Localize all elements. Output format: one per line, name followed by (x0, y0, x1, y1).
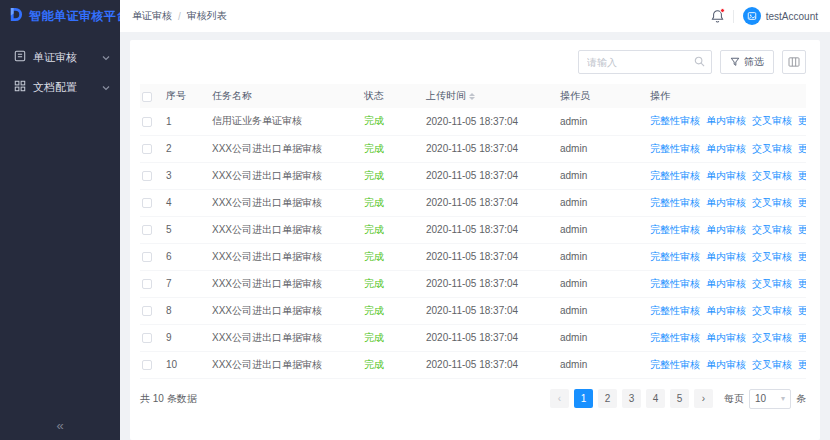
action-link[interactable]: 更多 (798, 250, 806, 264)
action-link[interactable]: 完整性审核 (650, 114, 700, 128)
table-row: 3 XXX公司进出口单据审核 完成 2020-11-05 18:37:04 ad… (140, 162, 806, 189)
app-title: 智能单证审核平台 (29, 8, 129, 25)
cell-upload-time: 2020-11-05 18:37:04 (424, 324, 558, 351)
action-link[interactable]: 更多 (798, 196, 806, 210)
sidebar-menu: 单证审核 文档配置 (0, 42, 120, 102)
cell-upload-time: 2020-11-05 18:37:04 (424, 108, 558, 135)
column-settings-button[interactable] (782, 50, 806, 74)
column-header-status: 状态 (362, 84, 424, 108)
breadcrumb-item-current: 审核列表 (187, 9, 227, 23)
action-link[interactable]: 交叉审核 (752, 196, 792, 210)
app-logo: 智能单证审核平台 (0, 0, 120, 32)
row-checkbox[interactable] (142, 171, 152, 181)
content: 筛选 序号 任务名称 状态 (120, 32, 830, 440)
row-checkbox[interactable] (142, 225, 152, 235)
per-page-select[interactable]: 10 ▾ (749, 389, 791, 409)
search-input[interactable] (578, 50, 712, 74)
notification-bell-icon[interactable] (711, 9, 724, 23)
cell-no: 3 (164, 162, 210, 189)
action-link[interactable]: 单内审核 (706, 196, 746, 210)
breadcrumb-item[interactable]: 单证审核 (132, 9, 172, 23)
cell-operator: admin (558, 216, 648, 243)
page-button[interactable]: 4 (646, 389, 665, 408)
cell-no: 5 (164, 216, 210, 243)
action-link[interactable]: 交叉审核 (752, 142, 792, 156)
column-header-no: 序号 (164, 84, 210, 108)
row-checkbox[interactable] (142, 279, 152, 289)
row-checkbox[interactable] (142, 198, 152, 208)
action-link[interactable]: 完整性审核 (650, 250, 700, 264)
avatar (743, 7, 761, 25)
action-link[interactable]: 更多 (798, 358, 806, 372)
action-link[interactable]: 完整性审核 (650, 142, 700, 156)
action-link[interactable]: 单内审核 (706, 169, 746, 183)
total-count: 共 10 条数据 (140, 392, 197, 406)
cell-task-name: XXX公司进出口单据审核 (210, 216, 362, 243)
page-button[interactable]: 2 (598, 389, 617, 408)
per-page-value: 10 (755, 393, 766, 404)
cell-no: 4 (164, 189, 210, 216)
table-row: 5 XXX公司进出口单据审核 完成 2020-11-05 18:37:04 ad… (140, 216, 806, 243)
page-button[interactable]: 1 (574, 389, 593, 408)
action-link[interactable]: 交叉审核 (752, 223, 792, 237)
row-checkbox[interactable] (142, 144, 152, 154)
sidebar-item-review[interactable]: 单证审核 (0, 42, 120, 72)
action-link[interactable]: 更多 (798, 331, 806, 345)
table-row: 4 XXX公司进出口单据审核 完成 2020-11-05 18:37:04 ad… (140, 189, 806, 216)
page-button[interactable]: 3 (622, 389, 641, 408)
action-link[interactable]: 更多 (798, 304, 806, 318)
select-all-checkbox[interactable] (142, 92, 152, 102)
row-checkbox[interactable] (142, 306, 152, 316)
action-link[interactable]: 完整性审核 (650, 304, 700, 318)
cell-task-name: XXX公司进出口单据审核 (210, 243, 362, 270)
row-actions: 完整性审核单内审核交叉审核更多 (650, 358, 804, 372)
action-link[interactable]: 完整性审核 (650, 223, 700, 237)
action-link[interactable]: 单内审核 (706, 358, 746, 372)
action-link[interactable]: 单内审核 (706, 223, 746, 237)
action-link[interactable]: 交叉审核 (752, 331, 792, 345)
prev-page-button[interactable]: ‹ (550, 389, 569, 408)
row-checkbox[interactable] (142, 117, 152, 127)
action-link[interactable]: 完整性审核 (650, 358, 700, 372)
cell-task-name: XXX公司进出口单据审核 (210, 297, 362, 324)
cell-task-name: 信用证业务单证审核 (210, 108, 362, 135)
action-link[interactable]: 更多 (798, 142, 806, 156)
action-link[interactable]: 单内审核 (706, 142, 746, 156)
main-area: 单证审核 / 审核列表 testAccount (120, 0, 830, 440)
account-menu[interactable]: testAccount (743, 7, 818, 25)
action-link[interactable]: 更多 (798, 277, 806, 291)
action-link[interactable]: 完整性审核 (650, 277, 700, 291)
row-checkbox[interactable] (142, 333, 152, 343)
table-row: 1 信用证业务单证审核 完成 2020-11-05 18:37:04 admin… (140, 108, 806, 135)
collapse-icon: « (56, 418, 63, 433)
action-link[interactable]: 交叉审核 (752, 169, 792, 183)
action-link[interactable]: 单内审核 (706, 277, 746, 291)
filter-button[interactable]: 筛选 (720, 50, 774, 74)
action-link[interactable]: 交叉审核 (752, 358, 792, 372)
row-checkbox[interactable] (142, 360, 152, 370)
action-link[interactable]: 完整性审核 (650, 169, 700, 183)
sidebar-collapse-button[interactable]: « (0, 410, 120, 440)
action-link[interactable]: 更多 (798, 223, 806, 237)
action-link[interactable]: 更多 (798, 114, 806, 128)
action-link[interactable]: 交叉审核 (752, 304, 792, 318)
sidebar-item-doc-config[interactable]: 文档配置 (0, 72, 120, 102)
status-badge: 完成 (362, 270, 424, 297)
action-link[interactable]: 交叉审核 (752, 250, 792, 264)
action-link[interactable]: 完整性审核 (650, 331, 700, 345)
next-page-button[interactable]: › (694, 389, 713, 408)
action-link[interactable]: 交叉审核 (752, 114, 792, 128)
sort-icon[interactable] (469, 93, 475, 100)
action-link[interactable]: 单内审核 (706, 331, 746, 345)
cell-no: 1 (164, 108, 210, 135)
action-link[interactable]: 单内审核 (706, 250, 746, 264)
action-link[interactable]: 更多 (798, 169, 806, 183)
action-link[interactable]: 完整性审核 (650, 196, 700, 210)
row-checkbox[interactable] (142, 252, 152, 262)
action-link[interactable]: 单内审核 (706, 304, 746, 318)
page-button[interactable]: 5 (670, 389, 689, 408)
action-link[interactable]: 交叉审核 (752, 277, 792, 291)
status-badge: 完成 (362, 162, 424, 189)
cell-upload-time: 2020-11-05 18:37:04 (424, 162, 558, 189)
action-link[interactable]: 单内审核 (706, 114, 746, 128)
